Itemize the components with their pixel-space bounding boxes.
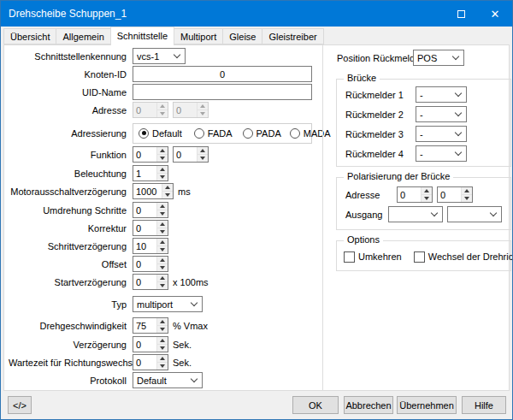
chevron-down-icon [455, 109, 462, 116]
spinner-up-icon[interactable] [157, 318, 168, 325]
typ-dropdown[interactable]: multiport [133, 296, 203, 312]
tab-gleise[interactable]: Gleise [222, 28, 262, 44]
spinner-down-icon[interactable] [157, 245, 168, 253]
funktion-spinner-2[interactable] [173, 146, 209, 163]
spinner-up-icon[interactable] [198, 147, 208, 154]
bruecke-group-title: Brücke [344, 73, 380, 83]
chevron-down-icon [490, 210, 497, 216]
spinner-down-icon[interactable] [157, 228, 168, 235]
rueckmelder-row: Rückmelder 1 - [337, 86, 510, 103]
ok-button[interactable]: OK [292, 396, 339, 414]
close-icon: ✕ [491, 9, 500, 20]
spinner-up-icon[interactable] [157, 275, 168, 281]
cancel-button[interactable]: Abbrechen [344, 396, 393, 414]
rueckmelder-3-dropdown[interactable]: - [416, 126, 467, 142]
rueckmelder-1-dropdown[interactable]: - [416, 86, 467, 103]
spinner-up-icon[interactable] [157, 257, 168, 263]
verzoegerung-label: Verzögerung [9, 340, 133, 350]
tab-multiport[interactable]: Multiport [174, 28, 223, 44]
spinner-down-icon [198, 109, 208, 117]
spinner-down-icon[interactable] [157, 173, 168, 180]
verzoegerung-spinner[interactable] [133, 336, 168, 352]
spinner-down-icon[interactable] [157, 210, 168, 217]
radio-icon [194, 128, 204, 139]
startverzoegerung-spinner[interactable] [133, 274, 168, 290]
spinner-down-icon[interactable] [157, 344, 168, 352]
tab-uebersicht[interactable]: Übersicht [3, 28, 56, 44]
apply-button[interactable]: Übernehmen [397, 396, 457, 414]
rueckmelder-2-dropdown[interactable]: - [416, 106, 467, 122]
spinner-down-icon[interactable] [462, 194, 472, 202]
spinner-down-icon[interactable] [157, 263, 168, 271]
ausgang-dropdown-2[interactable] [447, 206, 502, 222]
polarisierung-adresse-spinner-2[interactable] [437, 186, 473, 203]
spinner-up-icon[interactable] [157, 239, 168, 245]
spinner-up-icon[interactable] [157, 221, 168, 228]
spinner-up-icon[interactable] [157, 166, 168, 173]
knoten-id-label: Knoten-ID [9, 69, 133, 80]
wechsel-drehrichtung-checkbox[interactable]: Wechsel der Drehrichtung [414, 251, 513, 263]
korrektur-spinner[interactable] [133, 220, 168, 236]
spinner-down-icon [157, 109, 168, 117]
uid-name-input[interactable] [133, 84, 312, 100]
dialog-window: Drehscheibe Schuppen_1 ✕ Übersicht Allge… [0, 0, 513, 420]
spinner-down-icon[interactable] [198, 154, 208, 162]
position-rueckmelder-dropdown[interactable]: POS [413, 50, 464, 66]
beleuchtung-spinner[interactable] [133, 165, 168, 181]
tab-strip: Übersicht Allgemein Schnittstelle Multip… [3, 27, 510, 44]
schrittverzoegerung-spinner[interactable] [133, 238, 168, 254]
rueckmelder-4-dropdown[interactable]: - [416, 145, 467, 162]
adressierung-radio-group: Default FADA PADA MADA [133, 123, 312, 144]
position-rueckmelder-label: Position Rückmelder [337, 53, 413, 63]
drehgeschwindigkeit-spinner[interactable] [133, 317, 168, 334]
radio-fada[interactable]: FADA [194, 128, 233, 139]
chevron-down-icon [431, 210, 438, 216]
tab-gleistreiber[interactable]: Gleistreiber [262, 28, 323, 44]
spinner-down-icon[interactable] [157, 325, 168, 333]
spinner-up-icon[interactable] [162, 184, 173, 191]
chevron-down-icon [455, 129, 462, 136]
spinner-up-icon[interactable] [462, 187, 472, 194]
protokoll-dropdown[interactable]: Default [133, 372, 203, 388]
ausgang-row: Ausgang [337, 206, 510, 222]
checkbox-icon [344, 251, 355, 263]
spinner-up-icon[interactable] [422, 187, 432, 194]
options-group: Options Umkehren Wechsel der Drehrichtun… [336, 240, 511, 271]
spinner-up-icon[interactable] [157, 337, 168, 344]
polarisierung-adresse-spinner-1[interactable] [397, 186, 433, 203]
close-button[interactable]: ✕ [478, 1, 512, 27]
spinner-up-icon[interactable] [157, 203, 168, 210]
tab-allgemein[interactable]: Allgemein [56, 28, 110, 44]
code-button[interactable]: </> [8, 396, 32, 414]
spinner-down-icon[interactable] [157, 362, 168, 370]
knoten-id-input[interactable] [133, 66, 312, 82]
umkehren-checkbox[interactable]: Umkehren [344, 251, 402, 263]
funktion-spinner-1[interactable] [133, 146, 168, 163]
radio-default[interactable]: Default [139, 128, 182, 139]
adresse-spinner-2 [173, 102, 209, 118]
chevron-down-icon [455, 90, 462, 97]
right-panel: Position Rückmelder POS Brücke Rückmelde… [322, 45, 509, 390]
spinner-down-icon[interactable] [157, 281, 168, 289]
ausgang-dropdown-1[interactable] [388, 206, 443, 222]
spinner-down-icon[interactable] [157, 154, 168, 162]
wartezeit-richtungswechsel-spinner[interactable] [133, 354, 168, 370]
schnittstellenkennung-dropdown[interactable]: vcs-1 [133, 48, 186, 64]
tab-schnittstelle[interactable]: Schnittstelle [110, 27, 174, 45]
motorausschaltverzoegerung-spinner[interactable] [133, 183, 174, 199]
spinner-down-icon[interactable] [422, 194, 432, 202]
spinner-up-icon[interactable] [157, 355, 168, 362]
offset-spinner[interactable] [133, 256, 168, 272]
funktion-label: Funktion [9, 150, 133, 160]
polarisierung-group-title: Polarisierung der Brücke [344, 171, 453, 181]
umdrehung-schritte-spinner[interactable] [133, 202, 168, 218]
spinner-up-icon[interactable] [157, 147, 168, 154]
left-form: Schnittstellenkennung vcs-1 Knoten-ID UI… [4, 45, 321, 390]
maximize-button[interactable] [444, 1, 478, 27]
spinner-up-icon [157, 103, 168, 109]
rueckmelder-row: Rückmelder 3 - [337, 126, 510, 142]
radio-pada[interactable]: PADA [243, 128, 281, 139]
schnittstellenkennung-label: Schnittstellenkennung [9, 51, 133, 62]
help-button[interactable]: Hilfe [462, 396, 506, 414]
spinner-down-icon[interactable] [162, 191, 173, 198]
